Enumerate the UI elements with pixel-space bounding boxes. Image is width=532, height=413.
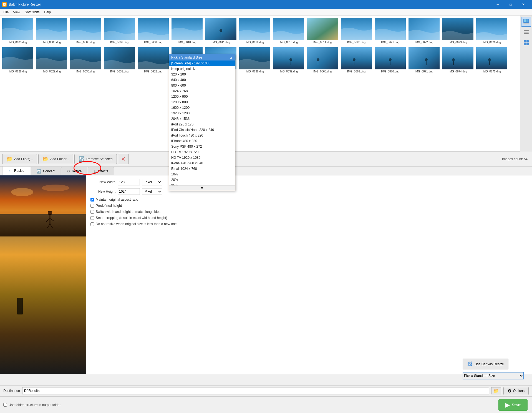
image-item[interactable]: IMG_0621.dng	[374, 17, 407, 45]
image-item[interactable]: IMG_0869.dng	[340, 46, 373, 74]
dropdown-option[interactable]: Email 1024 x 768	[169, 166, 235, 172]
image-item[interactable]: IMG_0868.dng	[306, 46, 339, 74]
add-files-label: Add File(s)...	[14, 157, 33, 161]
dropdown-option[interactable]: iPod Classic/Nano 320 x 240	[169, 127, 235, 133]
clear-button[interactable]: ✕	[118, 154, 129, 164]
dropdown-option[interactable]: iPod 220 x 176	[169, 122, 235, 127]
image-item[interactable]: IMG_0608.dng	[137, 17, 170, 45]
maximize-button[interactable]: □	[504, 0, 517, 9]
dropdown-option[interactable]: iPod Touch 480 x 320	[169, 133, 235, 138]
image-item[interactable]: IMG_0613.dng	[272, 17, 305, 45]
browse-destination-button[interactable]: 📁	[491, 387, 501, 394]
thumbnail	[341, 47, 372, 69]
dropdown-option[interactable]: [Screen Size] - 1920x1080	[169, 61, 235, 66]
dropdown-option[interactable]: 25%	[169, 183, 235, 185]
menu-softorbits[interactable]: SoftOrbits	[22, 10, 42, 15]
dropdown-option[interactable]: 1024 x 768	[169, 88, 235, 94]
height-unit-select[interactable]: Pixel Percent Inch Cm	[142, 188, 162, 195]
list-view-button[interactable]	[521, 27, 531, 37]
dropdown-option[interactable]: 1200 x 900	[169, 94, 235, 99]
menu-help[interactable]: Help	[42, 10, 53, 15]
options-button[interactable]: ⚙ Options	[503, 387, 529, 395]
image-item[interactable]: IMG_0606.dng	[69, 17, 102, 45]
dropdown-option[interactable]: 1920 x 1200	[169, 110, 235, 116]
dropdown-option[interactable]: iPone 4/4S 960 x 640	[169, 160, 235, 166]
tab-rotate[interactable]: ↻ Rotate	[61, 167, 87, 175]
switch-dimensions-checkbox[interactable]	[90, 210, 94, 214]
dropdown-option[interactable]: 640 x 480	[169, 77, 235, 83]
predefined-height-label[interactable]: Predefined height	[96, 204, 122, 208]
image-item[interactable]: IMG_0611.dng	[204, 17, 238, 45]
image-item[interactable]: IMG_0875.dng	[475, 46, 508, 74]
image-item[interactable]: IMG_0639.dng	[272, 46, 305, 74]
image-item[interactable]: IMG_0630.dng	[69, 46, 102, 74]
image-item[interactable]: IMG_0622.dng	[407, 17, 441, 45]
add-folder-button[interactable]: 📂 Add Folder...	[38, 154, 73, 164]
aspect-ratio-checkbox[interactable]	[90, 198, 94, 202]
dropdown-option[interactable]: HD TV 1920 x 1080	[169, 155, 235, 160]
dropdown-scroll-down[interactable]: ▼	[169, 185, 235, 191]
clear-icon: ✕	[121, 156, 126, 162]
thumbnail	[273, 47, 304, 69]
dropdown-option[interactable]: 1600 x 1200	[169, 105, 235, 110]
width-input[interactable]	[118, 179, 140, 185]
start-button[interactable]: ▶ Start	[498, 399, 528, 411]
height-input[interactable]	[118, 188, 140, 195]
height-label: New Height	[90, 190, 115, 193]
width-unit-select[interactable]: Pixel Percent Inch Cm	[142, 179, 162, 185]
dropdown-option[interactable]: 1280 x 800	[169, 99, 235, 105]
dropdown-option[interactable]: 800 x 600	[169, 83, 235, 88]
dropdown-option[interactable]: 2048 x 1536	[169, 116, 235, 122]
add-files-button[interactable]: 📁 Add File(s)...	[2, 154, 37, 164]
image-item[interactable]: IMG_0870.dng	[374, 46, 407, 74]
switch-dimensions-label[interactable]: Switch width and height to match long si…	[96, 210, 160, 214]
image-item[interactable]: IMG_0612.dng	[238, 17, 271, 45]
dropdown-option[interactable]: 20%	[169, 177, 235, 183]
standard-size-select[interactable]: Pick a Standard Size [Screen Size] - 192…	[463, 372, 524, 374]
tab-convert[interactable]: 🔄 Convert	[31, 167, 60, 175]
image-item[interactable]: IMG_0603.dng	[1, 17, 34, 45]
destination-input[interactable]	[22, 387, 489, 394]
close-button[interactable]: ✕	[517, 0, 530, 9]
image-grid-container: IMG_0603.dngIMG_0605.dngIMG_0606.dngIMG_…	[0, 16, 520, 152]
image-item[interactable]: IMG_0874.dng	[441, 46, 475, 74]
folder-structure-checkbox[interactable]	[3, 403, 7, 407]
dropdown-scroll-up[interactable]: ▲	[230, 56, 233, 59]
image-item[interactable]: IMG_0620.dng	[340, 17, 373, 45]
menu-view[interactable]: View	[11, 10, 22, 15]
menu-file[interactable]: File	[1, 10, 11, 15]
image-item[interactable]: IMG_0629.dng	[35, 46, 68, 74]
remove-selected-button[interactable]: 🔄 Remove Selected	[74, 154, 117, 164]
minimize-button[interactable]: ─	[491, 0, 504, 9]
tab-resize[interactable]: ↔ Resize	[2, 166, 30, 175]
image-item[interactable]: IMG_0638.dng	[238, 46, 271, 74]
tab-effects[interactable]: E Effects	[88, 167, 114, 175]
dropdown-option[interactable]: iPhone 480 x 320	[169, 138, 235, 144]
image-item[interactable]: IMG_0623.dng	[441, 17, 475, 45]
aspect-ratio-label[interactable]: Maintain original aspect ratio	[96, 198, 138, 202]
image-view-button[interactable]	[521, 17, 531, 27]
dropdown-option[interactable]: 10%	[169, 172, 235, 177]
no-resize-checkbox[interactable]	[90, 222, 94, 226]
dropdown-option[interactable]: Sony PSP 480 x 272	[169, 144, 235, 149]
canvas-resize-button[interactable]: 🖼 Use Canvas Resize	[463, 359, 508, 369]
image-item[interactable]: IMG_0631.dng	[103, 46, 136, 74]
folder-structure-label[interactable]: Use folder structure in output folder	[9, 403, 60, 407]
image-item[interactable]: IMG_0632.dng	[137, 46, 170, 74]
grid-view-button[interactable]	[521, 38, 531, 48]
image-item[interactable]: IMG_0605.dng	[35, 17, 68, 45]
image-item[interactable]: IMG_0610.dng	[170, 17, 204, 45]
dropdown-option[interactable]: HD TV 1920 x 720	[169, 149, 235, 155]
image-filename: IMG_0621.dng	[381, 41, 399, 44]
smart-crop-label[interactable]: Smart cropping (result in exact width an…	[96, 216, 167, 220]
no-resize-label[interactable]: Do not resize when original size is less…	[96, 222, 177, 226]
image-item[interactable]: IMG_0626.dng	[475, 17, 508, 45]
image-item[interactable]: IMG_0614.dng	[306, 17, 339, 45]
image-item[interactable]: IMG_0871.dng	[407, 46, 441, 74]
smart-crop-checkbox[interactable]	[90, 216, 94, 220]
predefined-height-checkbox[interactable]	[90, 204, 94, 208]
dropdown-option[interactable]: Keep original size	[169, 66, 235, 72]
image-item[interactable]: IMG_0628.dng	[1, 46, 34, 74]
dropdown-option[interactable]: 320 x 200	[169, 72, 235, 77]
image-item[interactable]: IMG_0607.dng	[103, 17, 136, 45]
